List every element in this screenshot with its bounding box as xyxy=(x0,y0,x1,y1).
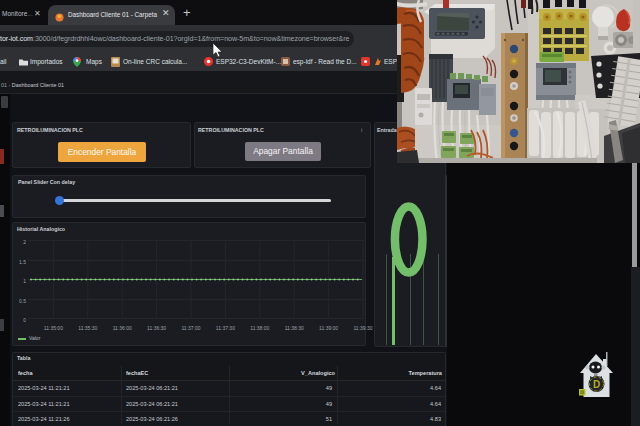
svg-text:D: D xyxy=(593,379,600,390)
